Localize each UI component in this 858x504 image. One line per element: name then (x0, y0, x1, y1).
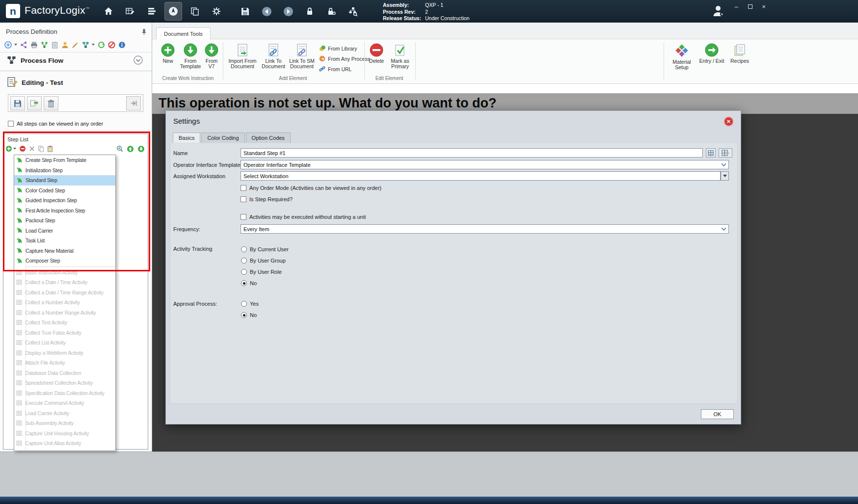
material-setup-button[interactable]: Material Setup (668, 43, 696, 76)
save-document-button[interactable] (10, 96, 25, 110)
pin-icon[interactable] (141, 28, 147, 35)
permissions-lock-icon[interactable] (323, 2, 340, 20)
step-menu-item[interactable]: Capture New Material (14, 246, 115, 256)
step-menu-item[interactable]: Packout Step (14, 215, 115, 226)
add-icon[interactable] (4, 41, 12, 49)
ok-button[interactable]: OK (701, 409, 734, 419)
is-step-required-checkbox[interactable]: Is Step Required? (241, 196, 293, 202)
copy-icon[interactable] (38, 145, 44, 152)
settings-gear-icon[interactable] (208, 2, 225, 20)
checkbox-icon[interactable] (241, 214, 246, 220)
radio-icon[interactable] (241, 280, 247, 286)
operator-interface-template-combo[interactable]: Operator Interface Template (241, 160, 729, 169)
recipes-button[interactable]: Recipes (727, 43, 752, 76)
tab-basics[interactable]: Basics (173, 133, 200, 143)
assigned-workstation-combo[interactable]: Select Workstation (241, 171, 721, 181)
move-up-icon[interactable] (127, 145, 134, 153)
tab-document-tools[interactable]: Document Tools (156, 27, 211, 39)
link-to-sm-document-button[interactable]: Link To SM Document (288, 43, 316, 76)
checkbox-icon[interactable] (241, 196, 246, 202)
paste-icon[interactable] (47, 145, 53, 152)
maximize-button[interactable] (746, 3, 754, 10)
any-order-mode-checkbox[interactable]: Any Order Mode (Activities can be viewed… (241, 185, 381, 191)
grid-view-button[interactable] (706, 148, 716, 158)
share-icon[interactable] (20, 41, 27, 49)
radio-approval-no[interactable]: No (241, 312, 257, 318)
slide-out-button[interactable] (126, 96, 141, 110)
radio-by-current-user[interactable]: By Current User (241, 246, 289, 252)
flow-icon[interactable] (81, 41, 89, 49)
delete-icon[interactable] (29, 146, 35, 152)
remove-step-icon[interactable] (19, 145, 26, 152)
step-menu-item[interactable]: Composer Step (14, 256, 115, 266)
mark-as-primary-button[interactable]: Mark as Primary (388, 43, 412, 76)
radio-by-user-role[interactable]: By User Role (241, 269, 282, 275)
step-menu-item-selected[interactable]: Standard Step (14, 175, 115, 186)
caret-icon[interactable] (92, 44, 95, 46)
step-menu-item[interactable]: Color Coded Step (14, 186, 115, 196)
entry-exit-button[interactable]: Entry / Exit (698, 43, 725, 76)
clipboard-icon[interactable] (51, 41, 58, 49)
close-icon[interactable]: ✕ (724, 117, 733, 126)
caret-icon[interactable] (14, 44, 17, 46)
branch-icon[interactable] (40, 41, 48, 49)
lock-icon[interactable] (301, 2, 318, 20)
radio-icon[interactable] (241, 312, 247, 318)
back-icon[interactable] (258, 2, 275, 20)
step-menu-item[interactable]: Guided Inspection Step (14, 195, 115, 206)
process-audit-icon[interactable] (345, 2, 361, 20)
activities-without-unit-checkbox[interactable]: Activities may be executed without start… (241, 214, 366, 220)
radio-approval-yes[interactable]: Yes (241, 301, 259, 307)
print-icon[interactable] (30, 41, 38, 49)
step-menu-item[interactable]: Create Step From Template (14, 155, 115, 165)
worksheet-icon[interactable] (122, 2, 138, 20)
forward-icon[interactable] (280, 2, 296, 20)
minimize-button[interactable]: – (732, 3, 740, 10)
wand-icon[interactable] (71, 41, 79, 49)
user-icon[interactable] (711, 4, 725, 18)
copy-icon[interactable] (187, 2, 203, 20)
from-url-button[interactable]: From URL (319, 66, 351, 72)
save-icon[interactable] (237, 2, 253, 20)
edit-grid-button[interactable] (719, 148, 732, 158)
step-menu-item[interactable]: Initialization Step (14, 165, 115, 176)
workstation-dropdown-button[interactable] (721, 171, 729, 181)
add-step-icon[interactable] (5, 145, 16, 152)
home-icon[interactable] (100, 2, 117, 20)
name-input[interactable]: Standard Step #1 (241, 148, 703, 158)
import-export-button[interactable] (27, 96, 42, 110)
radio-icon[interactable] (241, 269, 247, 275)
step-menu-item[interactable]: Load Carrier (14, 226, 115, 236)
checkbox-icon[interactable] (8, 121, 14, 127)
link-to-document-button[interactable]: Link To Document (260, 43, 287, 76)
checkbox-icon[interactable] (241, 185, 246, 191)
info-icon[interactable] (118, 41, 126, 49)
radio-icon[interactable] (241, 246, 247, 252)
move-down-icon[interactable] (137, 145, 145, 153)
document-stack-icon[interactable] (143, 2, 160, 20)
radio-icon[interactable] (241, 301, 247, 307)
radio-icon[interactable] (241, 258, 247, 264)
collapse-chevron-icon[interactable] (134, 55, 143, 65)
delete-element-button[interactable]: Delete (367, 43, 386, 76)
block-icon[interactable] (107, 41, 115, 49)
navigator-icon[interactable] (165, 2, 182, 20)
import-from-document-button[interactable]: Import From Document (227, 43, 258, 76)
radio-tracking-no[interactable]: No (241, 280, 257, 286)
step-menu-item[interactable]: Task List (14, 236, 115, 246)
close-button[interactable]: × (760, 3, 768, 10)
tab-option-codes[interactable]: Option Codes (246, 133, 291, 143)
tab-color-coding[interactable]: Color Coding (201, 133, 244, 143)
from-template-button[interactable]: From Template (179, 43, 202, 76)
any-order-checkbox[interactable]: All steps can be viewed in any order (8, 121, 103, 127)
radio-by-user-group[interactable]: By User Group (241, 258, 286, 264)
step-menu-item[interactable]: First Article Inspection Step (14, 206, 115, 216)
frequency-combo[interactable]: Every Item (241, 224, 729, 234)
zoom-icon[interactable] (116, 145, 123, 152)
user-icon[interactable] (61, 41, 69, 49)
new-button[interactable]: New (158, 43, 178, 76)
from-any-process-button[interactable]: From Any Process (319, 55, 370, 62)
from-library-button[interactable]: From Library (319, 45, 357, 52)
refresh-icon[interactable] (97, 41, 105, 49)
from-v7-button[interactable]: From V7 (203, 43, 220, 76)
